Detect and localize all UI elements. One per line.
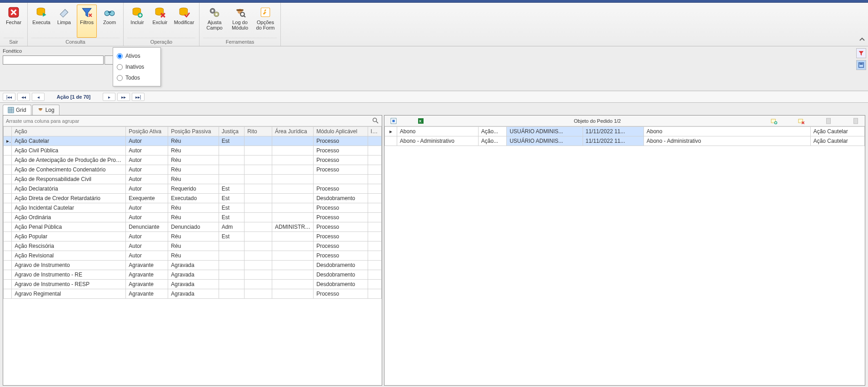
fonetico-input[interactable] [3, 55, 104, 65]
cell[interactable]: 11/11/2022 11... [583, 136, 644, 146]
export-excel-icon[interactable]: X [416, 117, 425, 125]
cell[interactable]: Agravo de Instrumento [12, 261, 126, 270]
limpa-button[interactable]: Limpa [54, 5, 74, 38]
column-header[interactable]: Área Jurídica [272, 127, 314, 136]
cell[interactable] [219, 261, 244, 270]
search-icon[interactable] [372, 117, 379, 125]
cell[interactable] [368, 222, 381, 232]
excluir-button[interactable]: Excluir [150, 5, 170, 38]
cell[interactable]: Processo [314, 136, 368, 146]
cell[interactable]: Processo [314, 213, 368, 222]
cell[interactable] [368, 184, 381, 194]
cell[interactable]: Autor [126, 213, 168, 222]
cell[interactable]: Requerido [168, 184, 219, 194]
table-row[interactable]: Agravo de Instrumento - RESPAgravanteAgr… [4, 280, 382, 289]
doc2-icon[interactable] [851, 117, 860, 125]
cell[interactable]: Autor [126, 241, 168, 251]
incluir-button[interactable]: Incluir [127, 5, 147, 38]
cell[interactable]: Autor [126, 136, 168, 146]
cell[interactable] [244, 280, 272, 289]
cell[interactable]: Processo [314, 156, 368, 165]
cell[interactable]: Abono [397, 127, 478, 136]
cell[interactable]: Autor [126, 184, 168, 194]
cell[interactable] [219, 241, 244, 251]
cell[interactable] [368, 194, 381, 203]
cell[interactable]: Denunciado [168, 222, 219, 232]
cell[interactable]: Ação Penal Pública [12, 222, 126, 232]
column-header[interactable]: Rito [244, 127, 272, 136]
cell[interactable]: Processo [314, 289, 368, 299]
cell[interactable]: Réu [168, 156, 219, 165]
fechar-button[interactable]: Fechar [4, 5, 24, 38]
left-grid[interactable]: AçãoPosição AtivaPosição PassivaJustiçaR… [3, 126, 382, 385]
cell[interactable]: USUÁRIO ADMINIS... [507, 136, 583, 146]
cell[interactable]: Ação Civil Pública [12, 146, 126, 156]
cell[interactable] [272, 289, 314, 299]
table-row[interactable]: Ação Direta de Credor RetardatárioExeque… [4, 194, 382, 203]
opcoes-form-button[interactable]: Opções do Form [254, 5, 277, 38]
cell[interactable] [244, 136, 272, 146]
cell[interactable]: Ação... [478, 136, 507, 146]
cell[interactable]: Réu [168, 136, 219, 146]
cell[interactable]: Autor [126, 251, 168, 261]
cell[interactable]: Desdobramento [314, 270, 368, 280]
table-row[interactable]: Ação Civil PúblicaAutorRéuProcesso [4, 146, 382, 156]
cell[interactable] [244, 270, 272, 280]
cell[interactable]: Processo [314, 184, 368, 194]
cell[interactable] [368, 156, 381, 165]
table-row[interactable]: Ação OrdináriaAutorRéuEstProcesso [4, 213, 382, 222]
cell[interactable]: Processo [314, 203, 368, 213]
cell[interactable] [368, 241, 381, 251]
cell[interactable] [244, 232, 272, 241]
cell[interactable]: Agravante [126, 270, 168, 280]
cell[interactable]: Agravo de Instrumento - RESP [12, 280, 126, 289]
cell[interactable]: Agravo Regimental [12, 289, 126, 299]
cell[interactable] [368, 261, 381, 270]
table-row[interactable]: Ação PopularAutorRéuEstProcesso [4, 232, 382, 241]
column-header[interactable]: Posição Ativa [126, 127, 168, 136]
cell[interactable]: Abono - Administrativo [644, 136, 810, 146]
radio-todos[interactable]: Todos [115, 72, 159, 83]
cell[interactable]: Réu [168, 175, 219, 184]
cell[interactable]: Executado [168, 194, 219, 203]
cell[interactable]: Processo [314, 222, 368, 232]
cell[interactable]: Autor [126, 146, 168, 156]
cell[interactable]: Agravante [126, 280, 168, 289]
cell[interactable]: USUÁRIO ADMINIS... [507, 127, 583, 136]
cell[interactable]: Réu [168, 232, 219, 241]
cell[interactable] [368, 175, 381, 184]
cell[interactable]: Agravada [168, 261, 219, 270]
table-row[interactable]: Ação de Conhecimento CondenatórioAutorRé… [4, 165, 382, 175]
refresh-icon[interactable] [389, 117, 398, 125]
cell[interactable]: Ação Rescisória [12, 241, 126, 251]
cell[interactable]: Desdobramento [314, 280, 368, 289]
cell[interactable]: Agravante [126, 261, 168, 270]
table-row[interactable]: Ação de Responsabilidade CivilAutorRéu [4, 175, 382, 184]
cell[interactable]: Agravo de Instrumento - RE [12, 270, 126, 280]
cell[interactable] [272, 194, 314, 203]
cell[interactable] [272, 175, 314, 184]
table-row[interactable]: Ação Penal PúblicaDenuncianteDenunciadoA… [4, 222, 382, 232]
cell[interactable] [368, 136, 381, 146]
cell[interactable]: Agravada [168, 289, 219, 299]
cell[interactable]: Autor [126, 232, 168, 241]
table-row[interactable]: Agravo de Instrumento - REAgravanteAgrav… [4, 270, 382, 280]
cell[interactable]: Ação de Conhecimento Condenatório [12, 165, 126, 175]
cell[interactable] [272, 251, 314, 261]
zoom-button[interactable]: Zoom [100, 5, 120, 38]
cell[interactable] [272, 241, 314, 251]
cell[interactable]: Réu [168, 241, 219, 251]
cell[interactable] [244, 241, 272, 251]
cell[interactable]: Ação Ordinária [12, 213, 126, 222]
cell[interactable]: Est [219, 194, 244, 203]
cell[interactable]: Est [219, 213, 244, 222]
cell[interactable] [272, 213, 314, 222]
cell[interactable]: Abono [644, 127, 810, 136]
cell[interactable] [244, 156, 272, 165]
cell[interactable] [272, 136, 314, 146]
cell[interactable] [219, 270, 244, 280]
group-by-hint-bar[interactable]: Arraste uma coluna para agrupar [3, 116, 382, 126]
cell[interactable]: Réu [168, 203, 219, 213]
add-row-icon[interactable] [769, 117, 778, 125]
cell[interactable] [272, 203, 314, 213]
